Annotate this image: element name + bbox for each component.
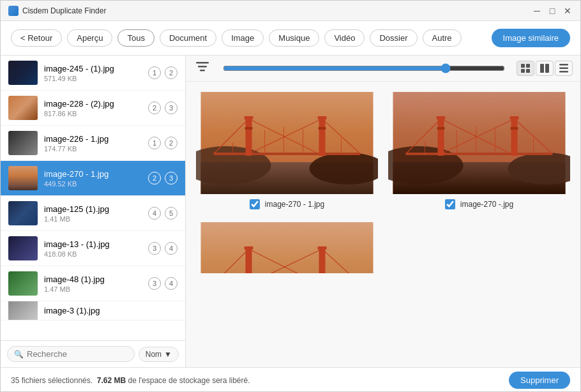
badge-2: 2 [165,66,177,79]
similarity-slider[interactable] [223,63,505,73]
tab-image[interactable]: Image [222,29,264,47]
list-item[interactable]: image-228 - (2).jpg 817.86 KB 2 3 [1,91,185,126]
app-icon [8,6,19,16]
titlebar-title: Cisdem Duplicate Finder [22,6,532,15]
list-item[interactable]: image-48 (1).jpg 1.47 MB 3 4 [1,266,185,301]
image-similaire-button[interactable]: Image similaire [492,29,570,47]
titlebar-controls: ─ □ ✕ [532,6,573,16]
image-card: image-270 - 1.jpg [196,92,378,209]
left-panel: image-245 - (1).jpg 571.49 KB 1 2 image-… [1,56,186,367]
svg-rect-20 [319,117,326,156]
file-size: 571.49 KB [44,75,148,82]
tab-tous[interactable]: Tous [117,29,154,47]
file-name: image-13 - (1).jpg [44,239,148,249]
list-item[interactable]: image-226 - 1.jpg 174.77 KB 1 2 [1,126,185,161]
svg-rect-22 [319,127,326,130]
tab-apercu[interactable]: Aperçu [67,29,112,47]
svg-rect-17 [246,117,252,156]
badge-1: 3 [148,242,161,255]
list-item[interactable]: image-13 - (1).jpg 418.08 KB 3 4 [1,231,185,266]
file-thumbnail [8,201,38,225]
tab-video[interactable]: Vidéo [324,29,365,47]
badge-2: 4 [165,242,177,255]
back-button[interactable]: < Retour [11,29,62,47]
bridge-image-1 [196,92,378,194]
svg-rect-1 [198,66,207,68]
filter-icon [196,62,209,72]
file-size: 174.77 KB [44,145,148,153]
image-grid: image-270 - 1.jpg [186,82,580,367]
image-row: image-270 - 1.jpg [196,92,570,209]
svg-rect-11 [559,71,568,73]
image-preview [196,92,378,194]
status-prefix: 35 fichiers sélectionnés. [11,376,93,385]
file-info: image-270 - 1.jpg 449.52 KB [44,169,148,188]
file-name: image-3 (1).jpg [44,306,177,315]
svg-rect-5 [521,69,525,73]
file-badges: 4 5 [148,207,177,220]
svg-rect-2 [200,70,205,72]
minimize-button[interactable]: ─ [532,6,542,16]
image-card [196,222,378,273]
tab-autre[interactable]: Autre [423,29,462,47]
badge-2: 3 [165,102,177,114]
badge-1: 3 [148,277,161,290]
search-input-wrap: 🔍 [7,346,135,362]
file-size: 1.47 MB [44,285,148,293]
list-item[interactable]: image-3 (1).jpg [1,301,185,320]
badge-1: 4 [148,207,161,220]
close-button[interactable]: ✕ [562,6,573,16]
svg-rect-36 [406,153,553,155]
file-info: image-48 (1).jpg 1.47 MB [44,275,148,293]
view-grid-button[interactable] [517,61,534,76]
right-panel: image-270 - 1.jpg [186,56,580,367]
view-list-button[interactable] [555,61,573,76]
badge-1: 2 [148,172,161,185]
sort-chevron-icon: ▼ [164,350,172,359]
svg-rect-16 [214,153,361,155]
list-item[interactable]: image-125 (1).jpg 1.41 MB 4 5 [1,196,185,231]
image-checkbox-2[interactable] [445,199,455,209]
image-card-label: image-270 - 1.jpg [250,199,324,209]
sort-button[interactable]: Nom ▼ [139,347,179,362]
file-badges: 2 3 [148,172,177,185]
badge-1: 1 [148,137,161,149]
svg-rect-19 [245,127,253,130]
sort-label: Nom [146,350,162,359]
tab-document[interactable]: Document [160,29,216,47]
file-badges: 1 2 [148,66,177,79]
svg-rect-42 [511,127,518,130]
search-input[interactable] [27,349,128,359]
slider-wrap [218,63,510,73]
list-item[interactable]: image-270 - 1.jpg 449.52 KB 2 3 [1,161,185,196]
view-buttons [517,61,573,76]
file-badges: 2 3 [148,102,177,114]
badge-2: 3 [165,172,177,185]
delete-button[interactable]: Supprimer [509,372,570,389]
badge-2: 5 [165,207,177,220]
view-split-button[interactable] [536,61,554,76]
image-checkbox-1[interactable] [250,199,260,209]
file-badges: 1 2 [148,137,177,149]
svg-rect-39 [437,127,445,130]
file-name: image-228 - (2).jpg [44,99,148,109]
file-info: image-125 (1).jpg 1.41 MB [44,204,148,223]
file-badges: 3 4 [148,277,177,290]
tab-musique[interactable]: Musique [269,29,319,47]
right-toolbar [186,56,580,82]
svg-rect-3 [521,64,525,68]
filter-icon-button[interactable] [193,61,211,76]
file-size: 817.86 KB [44,110,148,117]
search-icon: 🔍 [14,350,24,359]
status-suffix: de l'espace de stockage sera libéré. [128,376,250,385]
list-item[interactable]: image-245 - (1).jpg 571.49 KB 1 2 [1,56,185,91]
maximize-button[interactable]: □ [547,6,557,16]
file-info: image-245 - (1).jpg 571.49 KB [44,64,148,82]
image-filename-1: image-270 - 1.jpg [265,200,324,209]
badge-2: 4 [165,277,177,290]
svg-rect-8 [545,64,549,73]
tab-dossier[interactable]: Dossier [370,29,417,47]
titlebar: Cisdem Duplicate Finder ─ □ ✕ [1,1,580,21]
grid-icon [521,64,530,73]
file-thumbnail [8,301,38,320]
